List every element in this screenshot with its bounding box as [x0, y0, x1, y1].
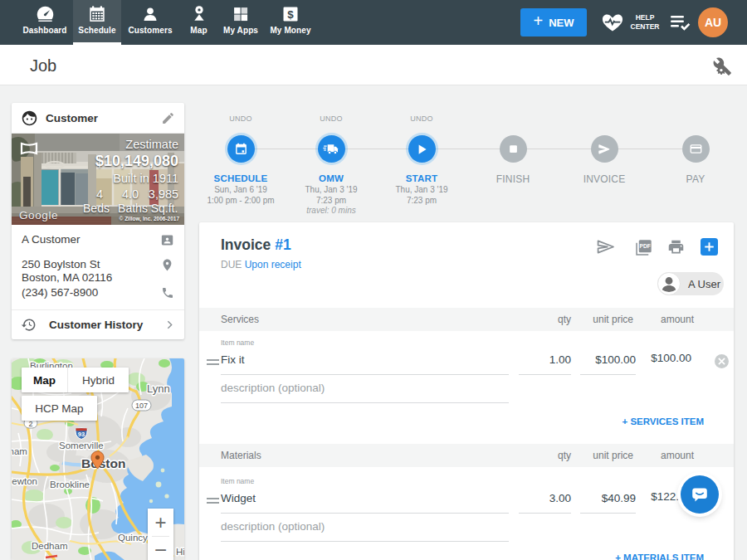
svg-text:Quincy: Quincy — [118, 533, 148, 543]
svg-text:Newton: Newton — [12, 476, 37, 486]
svg-text:Dedham: Dedham — [32, 541, 67, 551]
svg-text:PDF: PDF — [640, 243, 651, 249]
svg-text:93: 93 — [78, 431, 85, 438]
svg-text:Lynn: Lynn — [147, 382, 170, 395]
svg-text:Waltham: Waltham — [12, 446, 27, 456]
svg-text:Hingham: Hingham — [176, 547, 184, 557]
svg-text:107: 107 — [135, 402, 148, 410]
svg-text:$: $ — [287, 8, 294, 21]
svg-text:Somerville: Somerville — [59, 441, 104, 450]
svg-text:Brookline: Brookline — [50, 480, 90, 489]
svg-text:2: 2 — [28, 420, 32, 428]
